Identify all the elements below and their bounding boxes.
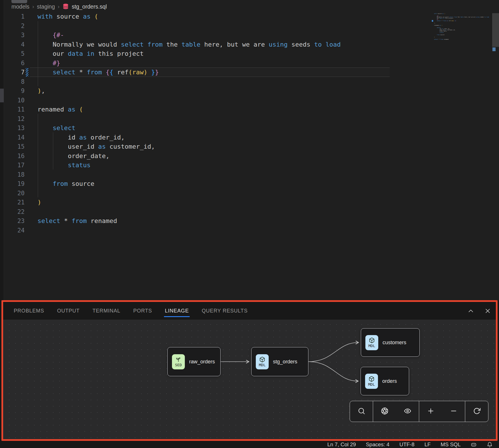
status-spaces-4[interactable]: Spaces: 4 — [366, 441, 389, 448]
code-line[interactable]: 12 — [0, 114, 499, 124]
code-line[interactable]: 8 — [0, 77, 499, 87]
cube-icon: MDL — [365, 335, 378, 350]
code-line[interactable]: 2 — [0, 21, 499, 31]
node-badge: SED — [175, 363, 182, 367]
line-number[interactable]: 3 — [6, 31, 25, 40]
line-number[interactable]: 15 — [6, 142, 25, 152]
status-lf[interactable]: LF — [424, 441, 431, 448]
code-line[interactable]: 24 — [0, 226, 499, 235]
lineage-node-stg_orders[interactable]: MDLstg_orders — [251, 347, 308, 376]
toolbar-group — [373, 401, 419, 422]
code-text: with source as ( — [37, 12, 98, 21]
refresh-icon — [473, 407, 481, 416]
toolbar-group — [419, 401, 465, 422]
code-line[interactable]: 6 #} — [0, 59, 499, 68]
line-number[interactable]: 1 — [6, 12, 25, 21]
status-utf-8[interactable]: UTF-8 — [399, 441, 414, 448]
code-text: ) — [37, 198, 41, 207]
lineage-canvas[interactable]: SEDraw_ordersMDLstg_ordersMDLcustomersMD… — [2, 320, 497, 439]
line-number[interactable]: 20 — [6, 189, 25, 198]
line-number[interactable]: 21 — [6, 198, 25, 207]
line-number[interactable]: 10 — [6, 96, 25, 105]
code-line[interactable]: 5 our data in this project — [0, 49, 499, 59]
code-line[interactable]: 14 id as order_id, — [0, 133, 499, 142]
tab-terminal[interactable]: TERMINAL — [92, 302, 120, 320]
line-number[interactable]: 17 — [6, 161, 25, 170]
status-ms-sql[interactable]: MS SQL — [441, 441, 461, 448]
search-button[interactable] — [350, 401, 373, 422]
code-line[interactable]: 9), — [0, 86, 499, 96]
code-line[interactable]: 21) — [0, 198, 499, 207]
node-badge: MDL — [259, 363, 266, 367]
zoom-out-button[interactable] — [442, 401, 465, 422]
line-number[interactable]: 9 — [6, 86, 25, 96]
zoom-out-icon — [450, 407, 458, 416]
lineage-node-raw_orders[interactable]: SEDraw_orders — [167, 347, 221, 376]
line-number[interactable]: 24 — [6, 226, 25, 235]
search-icon — [358, 407, 365, 416]
tab-problems[interactable]: PROBLEMS — [14, 302, 44, 320]
line-number[interactable]: 11 — [6, 105, 25, 114]
code-line[interactable]: 20 — [0, 189, 499, 198]
lineage-node-customers[interactable]: MDLcustomers — [361, 328, 420, 357]
line-number[interactable]: 13 — [6, 124, 25, 133]
code-line[interactable]: 17 status — [0, 161, 499, 170]
code-line[interactable]: 10 — [0, 96, 499, 105]
line-number[interactable]: 14 — [6, 133, 25, 142]
tab-ports[interactable]: PORTS — [133, 302, 152, 320]
code-editor[interactable]: 1with source as (23 {#-4 Normally we wou… — [0, 0, 499, 301]
code-line[interactable]: 11renamed as ( — [0, 105, 499, 114]
node-badge: MDL — [369, 344, 375, 348]
code-line[interactable]: 7 select * from {{ ref(raw) }} — [0, 68, 499, 77]
line-number[interactable]: 8 — [6, 77, 25, 87]
line-number[interactable]: 12 — [6, 114, 25, 124]
copilot-icon[interactable] — [471, 442, 477, 448]
tab-lineage[interactable]: LINEAGE — [165, 302, 189, 320]
aperture-button[interactable] — [373, 401, 396, 422]
chevron-up-icon[interactable] — [468, 308, 474, 314]
node-label: stg_orders — [273, 359, 297, 365]
status-ln-7-col-29[interactable]: Ln 7, Col 29 — [327, 441, 356, 448]
line-number[interactable]: 19 — [6, 179, 25, 189]
close-panel-icon[interactable] — [484, 308, 491, 314]
code-line[interactable]: 1with source as ( — [0, 12, 499, 21]
code-line[interactable]: 19 from source — [0, 179, 499, 189]
code-line[interactable]: 18 — [0, 170, 499, 180]
code-line[interactable]: 4 Normally we would select from the tabl… — [0, 40, 499, 49]
lineage-node-orders[interactable]: MDLorders — [361, 367, 409, 395]
code-text: select * from renamed — [37, 216, 117, 226]
toolbar-group — [465, 401, 488, 422]
line-number[interactable]: 4 — [6, 40, 25, 49]
eye-button[interactable] — [396, 401, 419, 422]
code-line[interactable]: 3 {#- — [0, 31, 499, 40]
code-text: our data in this project — [37, 49, 144, 59]
zoom-in-button[interactable] — [419, 401, 442, 422]
code-text: status — [37, 161, 90, 170]
bell-icon[interactable] — [487, 442, 493, 448]
code-line[interactable]: 22 — [0, 207, 499, 217]
code-line[interactable]: 23select * from renamed — [0, 216, 499, 226]
line-number[interactable]: 22 — [6, 207, 25, 217]
line-number[interactable]: 7 — [6, 68, 25, 77]
tab-output[interactable]: OUTPUT — [57, 302, 80, 320]
code-line[interactable]: 16 order_date, — [0, 152, 499, 161]
line-number[interactable]: 16 — [6, 152, 25, 161]
refresh-button[interactable] — [465, 401, 488, 422]
toolbar-group — [350, 401, 373, 422]
seedling-icon: SED — [172, 354, 185, 369]
line-number[interactable]: 23 — [6, 216, 25, 226]
tab-query-results[interactable]: QUERY RESULTS — [202, 302, 247, 320]
status-bar: Ln 7, Col 29Spaces: 4UTF-8LFMS SQL — [0, 441, 499, 448]
line-number[interactable]: 5 — [6, 49, 25, 59]
line-number[interactable]: 18 — [6, 170, 25, 180]
code-line[interactable]: 15 user_id as customer_id, — [0, 142, 499, 152]
eye-icon — [404, 407, 411, 416]
cube-icon: MDL — [256, 354, 269, 369]
panel-actions — [468, 308, 499, 314]
line-number[interactable]: 2 — [6, 21, 25, 31]
code-line[interactable]: 13 select — [0, 124, 499, 133]
zoom-in-icon — [427, 407, 435, 416]
code-text: order_date, — [37, 152, 110, 161]
line-number[interactable]: 6 — [6, 59, 25, 68]
code-text: ), — [37, 86, 45, 96]
